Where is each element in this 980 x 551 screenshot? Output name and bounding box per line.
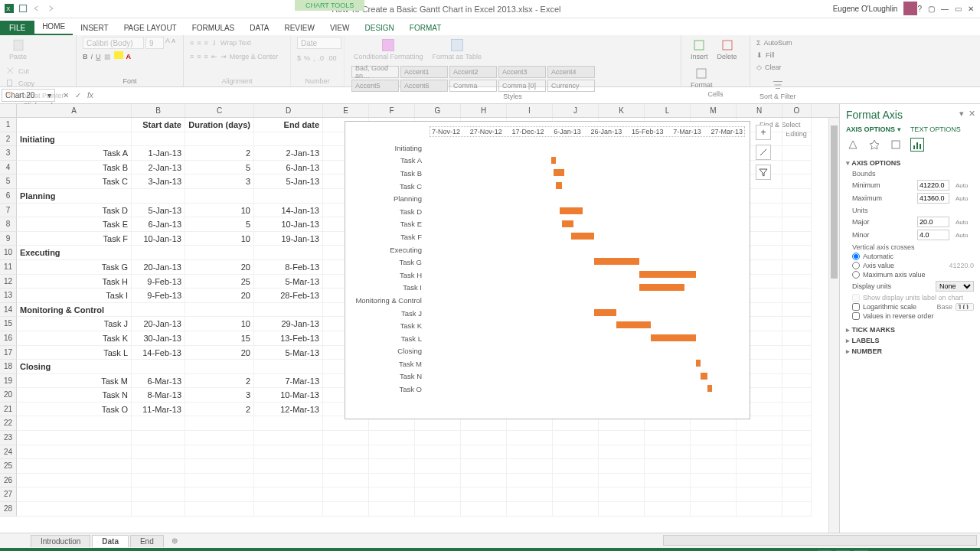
col-header-H[interactable]: H [461, 104, 507, 117]
cell[interactable]: 5-Mar-13 [254, 275, 323, 289]
indent-inc-icon[interactable]: ⇥ [220, 53, 227, 60]
cell[interactable]: 29-Jan-13 [254, 317, 323, 331]
style-box[interactable]: Accent4 [547, 66, 595, 78]
tab-format[interactable]: FORMAT [402, 21, 449, 35]
user-avatar[interactable] [903, 2, 917, 17]
cell[interactable] [254, 132, 323, 147]
chart-plot-area[interactable] [426, 218, 745, 231]
style-box[interactable]: Accent2 [449, 66, 497, 78]
cell[interactable] [737, 445, 782, 460]
gantt-bar[interactable] [560, 207, 583, 214]
gantt-bar[interactable] [556, 182, 563, 189]
cell[interactable]: 10-Jan-13 [254, 217, 323, 232]
chart-plot-area[interactable] [426, 383, 745, 396]
cell[interactable]: 2-Jan-13 [254, 146, 323, 161]
col-header-N[interactable]: N [737, 104, 782, 117]
row-header[interactable]: 2 [0, 132, 17, 147]
number-format[interactable]: Date [297, 37, 341, 49]
style-box[interactable]: Bad, Good an… [351, 66, 399, 78]
cell[interactable] [599, 487, 645, 502]
cell[interactable] [782, 303, 812, 318]
cell[interactable] [323, 502, 369, 517]
row-header[interactable]: 5 [0, 174, 17, 189]
sheet-introduction[interactable]: Introduction [31, 535, 90, 547]
gantt-bar[interactable] [551, 157, 556, 164]
chart-plot-area[interactable] [426, 319, 745, 332]
cell[interactable] [185, 360, 254, 374]
col-header-I[interactable]: I [507, 104, 553, 117]
cell[interactable] [461, 487, 507, 502]
chart-plot-area[interactable] [426, 142, 745, 155]
row-header[interactable]: 17 [0, 346, 17, 360]
row-header[interactable]: 14 [0, 303, 17, 318]
cell[interactable] [185, 431, 254, 445]
cell[interactable] [132, 487, 185, 502]
cell[interactable] [254, 502, 323, 517]
cell[interactable]: 5-Jan-13 [132, 204, 185, 218]
row-header[interactable]: 7 [0, 204, 17, 218]
col-header-O[interactable]: O [782, 104, 812, 117]
cell[interactable] [599, 459, 645, 474]
cell[interactable] [691, 431, 737, 445]
cell[interactable] [737, 431, 782, 445]
row-header[interactable]: 19 [0, 374, 17, 389]
cell[interactable]: Duration (days) [185, 118, 254, 132]
cell[interactable] [369, 431, 415, 445]
chart-plot-area[interactable] [426, 155, 745, 168]
chart-styles-button[interactable] [756, 145, 771, 160]
tab-file[interactable]: FILE [0, 21, 34, 35]
help-icon[interactable]: ? [917, 5, 922, 13]
cell[interactable] [782, 146, 812, 161]
cell[interactable] [782, 161, 812, 175]
chart-x-axis[interactable]: 7-Nov-1227-Nov-1217-Dec-126-Jan-1326-Jan… [430, 126, 745, 137]
col-header-F[interactable]: F [369, 104, 415, 117]
cell[interactable] [645, 445, 691, 460]
col-header-D[interactable]: D [254, 104, 323, 117]
pane-dropdown-icon[interactable]: ▾ [959, 109, 964, 119]
cell[interactable] [369, 502, 415, 517]
chart-plot-area[interactable] [426, 192, 745, 205]
text-options-switch[interactable]: TEXT OPTIONS [910, 126, 961, 133]
cell[interactable] [782, 246, 812, 260]
cell[interactable] [553, 431, 599, 445]
cell[interactable]: Task O [17, 403, 132, 417]
align-top-icon[interactable]: ≡ [190, 39, 194, 47]
row-header[interactable]: 24 [0, 445, 17, 460]
cell[interactable]: Task J [17, 317, 132, 331]
gantt-bar[interactable] [616, 321, 650, 328]
align-mid-icon[interactable]: ≡ [197, 39, 201, 47]
cell[interactable]: 13-Feb-13 [254, 331, 323, 346]
cell[interactable]: 8-Feb-13 [254, 260, 323, 275]
cell[interactable] [507, 431, 553, 445]
row-header[interactable]: 4 [0, 161, 17, 175]
row-header[interactable]: 6 [0, 189, 17, 204]
cell[interactable] [254, 487, 323, 502]
border-button[interactable]: ▦ [104, 53, 111, 60]
align-right-icon[interactable]: ≡ [204, 53, 208, 60]
cell[interactable] [17, 474, 132, 488]
tab-home[interactable]: HOME [34, 19, 73, 35]
cell[interactable]: Task N [17, 388, 132, 403]
major-input[interactable] [917, 217, 949, 227]
cell[interactable] [132, 459, 185, 474]
tick-marks-section[interactable]: TICK MARKS [846, 326, 974, 334]
cell[interactable]: 28-Feb-13 [254, 289, 323, 303]
chart-elements-button[interactable]: + [756, 125, 771, 140]
cell[interactable] [507, 445, 553, 460]
cell[interactable]: Task D [17, 204, 132, 218]
cell[interactable] [185, 459, 254, 474]
chart-plot-area[interactable] [426, 167, 745, 180]
cell[interactable] [323, 431, 369, 445]
minor-auto-button[interactable]: Auto [956, 232, 974, 239]
cell[interactable] [691, 487, 737, 502]
cell[interactable]: 5 [185, 161, 254, 175]
merge-center-button[interactable]: Merge & Center [230, 53, 279, 60]
cut-button[interactable]: Cut [6, 65, 64, 77]
cell[interactable] [782, 331, 812, 346]
cell[interactable]: 8-Mar-13 [132, 388, 185, 403]
cell[interactable] [17, 416, 132, 431]
cell[interactable] [782, 204, 812, 218]
cell[interactable] [254, 303, 323, 318]
cell[interactable] [369, 445, 415, 460]
cell[interactable] [461, 431, 507, 445]
